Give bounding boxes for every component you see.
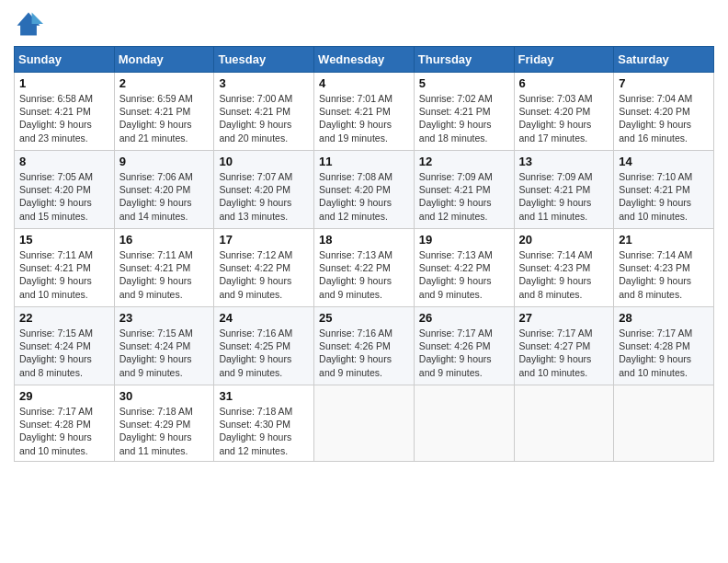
day-info: Sunrise: 7:11 AMSunset: 4:21 PMDaylight:…	[119, 249, 193, 300]
calendar-day-cell: 15 Sunrise: 7:11 AMSunset: 4:21 PMDaylig…	[15, 229, 115, 307]
day-number: 21	[619, 233, 709, 247]
day-number: 17	[219, 233, 309, 247]
day-info: Sunrise: 7:15 AMSunset: 4:24 PMDaylight:…	[19, 327, 93, 378]
day-number: 2	[119, 76, 210, 90]
day-number: 26	[419, 311, 509, 325]
day-info: Sunrise: 6:58 AMSunset: 4:21 PMDaylight:…	[19, 93, 93, 144]
calendar-day-cell	[614, 385, 714, 462]
calendar-day-cell: 23 Sunrise: 7:15 AMSunset: 4:24 PMDaylig…	[114, 307, 214, 385]
calendar-week-row: 1 Sunrise: 6:58 AMSunset: 4:21 PMDayligh…	[15, 73, 714, 151]
day-info: Sunrise: 7:18 AMSunset: 4:29 PMDaylight:…	[119, 406, 193, 456]
day-info: Sunrise: 7:15 AMSunset: 4:24 PMDaylight:…	[119, 327, 193, 378]
day-number: 20	[519, 233, 609, 247]
day-info: Sunrise: 7:09 AMSunset: 4:21 PMDaylight:…	[519, 171, 593, 222]
calendar-day-cell: 24 Sunrise: 7:16 AMSunset: 4:25 PMDaylig…	[214, 307, 314, 385]
day-info: Sunrise: 7:14 AMSunset: 4:23 PMDaylight:…	[519, 249, 593, 300]
calendar-day-cell	[414, 385, 514, 462]
weekday-header: Sunday	[15, 47, 115, 73]
calendar-day-cell: 6 Sunrise: 7:03 AMSunset: 4:20 PMDayligh…	[514, 73, 614, 151]
calendar-day-cell: 8 Sunrise: 7:05 AMSunset: 4:20 PMDayligh…	[15, 151, 115, 229]
day-number: 25	[319, 311, 409, 325]
day-info: Sunrise: 7:06 AMSunset: 4:20 PMDaylight:…	[119, 171, 193, 222]
day-number: 28	[619, 311, 709, 325]
day-info: Sunrise: 6:59 AMSunset: 4:21 PMDaylight:…	[119, 93, 193, 144]
day-number: 23	[119, 311, 210, 325]
day-number: 16	[119, 233, 210, 247]
day-number: 29	[19, 389, 109, 403]
calendar-day-cell: 14 Sunrise: 7:10 AMSunset: 4:21 PMDaylig…	[614, 151, 714, 229]
calendar-day-cell: 13 Sunrise: 7:09 AMSunset: 4:21 PMDaylig…	[514, 151, 614, 229]
day-number: 19	[419, 233, 509, 247]
calendar-day-cell: 1 Sunrise: 6:58 AMSunset: 4:21 PMDayligh…	[15, 73, 115, 151]
calendar-day-cell: 5 Sunrise: 7:02 AMSunset: 4:21 PMDayligh…	[414, 73, 514, 151]
day-number: 12	[419, 155, 509, 168]
calendar-day-cell: 10 Sunrise: 7:07 AMSunset: 4:20 PMDaylig…	[214, 151, 314, 229]
weekday-header: Saturday	[614, 47, 714, 73]
day-info: Sunrise: 7:17 AMSunset: 4:26 PMDaylight:…	[419, 327, 493, 378]
day-info: Sunrise: 7:01 AMSunset: 4:21 PMDaylight:…	[319, 93, 392, 144]
day-info: Sunrise: 7:09 AMSunset: 4:21 PMDaylight:…	[419, 171, 493, 222]
calendar-day-cell	[514, 385, 614, 462]
calendar-day-cell: 4 Sunrise: 7:01 AMSunset: 4:21 PMDayligh…	[314, 73, 415, 151]
calendar-day-cell: 7 Sunrise: 7:04 AMSunset: 4:20 PMDayligh…	[614, 73, 714, 151]
day-number: 24	[219, 311, 309, 325]
calendar-day-cell: 17 Sunrise: 7:12 AMSunset: 4:22 PMDaylig…	[214, 229, 314, 307]
day-number: 1	[19, 76, 109, 90]
day-number: 11	[319, 155, 409, 168]
calendar-day-cell: 28 Sunrise: 7:17 AMSunset: 4:28 PMDaylig…	[614, 307, 714, 385]
weekday-header: Wednesday	[314, 47, 415, 73]
calendar-day-cell: 3 Sunrise: 7:00 AMSunset: 4:21 PMDayligh…	[214, 73, 314, 151]
calendar-day-cell: 27 Sunrise: 7:17 AMSunset: 4:27 PMDaylig…	[514, 307, 614, 385]
calendar-day-cell: 11 Sunrise: 7:08 AMSunset: 4:20 PMDaylig…	[314, 151, 415, 229]
calendar-day-cell: 16 Sunrise: 7:11 AMSunset: 4:21 PMDaylig…	[114, 229, 214, 307]
day-number: 18	[319, 233, 409, 247]
day-number: 15	[19, 233, 109, 247]
calendar-day-cell: 22 Sunrise: 7:15 AMSunset: 4:24 PMDaylig…	[15, 307, 115, 385]
calendar-day-cell: 19 Sunrise: 7:13 AMSunset: 4:22 PMDaylig…	[414, 229, 514, 307]
calendar-day-cell: 12 Sunrise: 7:09 AMSunset: 4:21 PMDaylig…	[414, 151, 514, 229]
day-info: Sunrise: 7:14 AMSunset: 4:23 PMDaylight:…	[619, 249, 692, 300]
page-header	[14, 9, 714, 39]
day-info: Sunrise: 7:12 AMSunset: 4:22 PMDaylight:…	[219, 249, 292, 300]
calendar-day-cell: 18 Sunrise: 7:13 AMSunset: 4:22 PMDaylig…	[314, 229, 415, 307]
calendar-day-cell: 2 Sunrise: 6:59 AMSunset: 4:21 PMDayligh…	[114, 73, 214, 151]
calendar-day-cell: 31 Sunrise: 7:18 AMSunset: 4:30 PMDaylig…	[214, 385, 314, 462]
weekday-header: Friday	[514, 47, 614, 73]
day-info: Sunrise: 7:05 AMSunset: 4:20 PMDaylight:…	[19, 171, 93, 222]
weekday-header: Monday	[114, 47, 214, 73]
calendar-day-cell: 21 Sunrise: 7:14 AMSunset: 4:23 PMDaylig…	[614, 229, 714, 307]
day-info: Sunrise: 7:04 AMSunset: 4:20 PMDaylight:…	[619, 93, 692, 144]
day-info: Sunrise: 7:08 AMSunset: 4:20 PMDaylight:…	[319, 171, 392, 222]
day-number: 5	[419, 76, 509, 90]
logo	[14, 9, 47, 39]
day-number: 13	[519, 155, 609, 168]
day-number: 7	[619, 76, 709, 90]
calendar-day-cell	[314, 385, 415, 462]
calendar-week-row: 22 Sunrise: 7:15 AMSunset: 4:24 PMDaylig…	[15, 307, 714, 385]
day-info: Sunrise: 7:16 AMSunset: 4:26 PMDaylight:…	[319, 327, 392, 378]
day-info: Sunrise: 7:10 AMSunset: 4:21 PMDaylight:…	[619, 171, 692, 222]
day-info: Sunrise: 7:17 AMSunset: 4:28 PMDaylight:…	[619, 327, 692, 378]
day-number: 14	[619, 155, 709, 168]
calendar-table: SundayMondayTuesdayWednesdayThursdayFrid…	[14, 46, 714, 462]
day-info: Sunrise: 7:03 AMSunset: 4:20 PMDaylight:…	[519, 93, 593, 144]
day-info: Sunrise: 7:13 AMSunset: 4:22 PMDaylight:…	[419, 249, 493, 300]
weekday-header-row: SundayMondayTuesdayWednesdayThursdayFrid…	[15, 47, 714, 73]
calendar-day-cell: 20 Sunrise: 7:14 AMSunset: 4:23 PMDaylig…	[514, 229, 614, 307]
day-number: 3	[219, 76, 309, 90]
day-number: 31	[219, 389, 309, 403]
day-info: Sunrise: 7:13 AMSunset: 4:22 PMDaylight:…	[319, 249, 392, 300]
day-info: Sunrise: 7:00 AMSunset: 4:21 PMDaylight:…	[219, 93, 292, 144]
day-info: Sunrise: 7:11 AMSunset: 4:21 PMDaylight:…	[19, 249, 93, 300]
logo-icon	[14, 9, 43, 39]
calendar-week-row: 29 Sunrise: 7:17 AMSunset: 4:28 PMDaylig…	[15, 385, 714, 462]
day-number: 30	[119, 389, 210, 403]
calendar-day-cell: 26 Sunrise: 7:17 AMSunset: 4:26 PMDaylig…	[414, 307, 514, 385]
day-number: 10	[219, 155, 309, 168]
day-number: 8	[19, 155, 109, 168]
day-number: 27	[519, 311, 609, 325]
calendar-week-row: 8 Sunrise: 7:05 AMSunset: 4:20 PMDayligh…	[15, 151, 714, 229]
calendar-day-cell: 30 Sunrise: 7:18 AMSunset: 4:29 PMDaylig…	[114, 385, 214, 462]
calendar-day-cell: 29 Sunrise: 7:17 AMSunset: 4:28 PMDaylig…	[15, 385, 115, 462]
day-info: Sunrise: 7:17 AMSunset: 4:28 PMDaylight:…	[19, 406, 93, 456]
